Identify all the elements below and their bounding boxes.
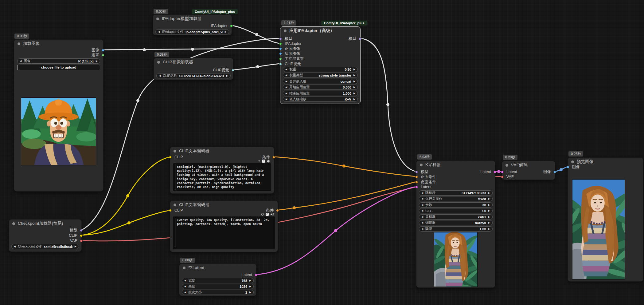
- collapse-dot-icon[interactable]: [18, 42, 20, 45]
- negative-image-input-slot[interactable]: [279, 52, 282, 55]
- clip-output-slot[interactable]: [80, 234, 83, 237]
- left-arrow-icon[interactable]: ◀: [421, 216, 423, 218]
- latent-input-slot[interactable]: [415, 186, 418, 188]
- weight-widget[interactable]: ◀ 权重 0.50 ▶: [283, 67, 358, 72]
- right-arrow-icon[interactable]: ▶: [249, 285, 251, 288]
- image-input-slot[interactable]: [567, 166, 569, 168]
- height-widget[interactable]: ◀ 高度 1024 ▶: [182, 284, 254, 289]
- clip-vision-input-slot[interactable]: [279, 63, 282, 65]
- checkbox-toggle-icon[interactable]: ✓: [266, 213, 269, 216]
- negative-prompt-textarea[interactable]: (worst quality, low quality, illustratio…: [173, 216, 275, 249]
- right-arrow-icon[interactable]: ▶: [488, 216, 490, 218]
- collapse-dot-icon[interactable]: [183, 267, 185, 269]
- node-apply-ipadapter-advanced[interactable]: 应用IPAdapter（高级） 模型 IPAdapter 正面图像 负面图像 关…: [280, 26, 361, 104]
- node-vae-decode[interactable]: VAE解码 Latent VAE 图像: [502, 161, 555, 180]
- weight-type-widget[interactable]: ◀ 权重类型 strong style transfer ▶: [283, 73, 358, 78]
- right-arrow-icon[interactable]: ▶: [488, 228, 490, 230]
- left-arrow-icon[interactable]: ◀: [285, 74, 287, 77]
- mask-output-slot[interactable]: [102, 54, 104, 57]
- right-arrow-icon[interactable]: ▶: [353, 80, 355, 83]
- left-arrow-icon[interactable]: ◀: [421, 204, 423, 206]
- collapse-dot-icon[interactable]: [505, 164, 508, 167]
- vae-output-slot[interactable]: [80, 240, 83, 242]
- collapse-dot-icon[interactable]: [420, 164, 423, 166]
- right-arrow-icon[interactable]: ▶: [353, 98, 355, 101]
- clip-input-slot[interactable]: [169, 209, 172, 212]
- speaker-icon[interactable]: [267, 160, 270, 163]
- positive-image-input-slot[interactable]: [279, 47, 282, 50]
- attn-mask-input-slot[interactable]: [279, 57, 282, 60]
- right-arrow-icon[interactable]: ▶: [353, 68, 355, 71]
- radio-toggle-icon[interactable]: [258, 160, 260, 162]
- denoise-widget[interactable]: ◀ 降噪 1.00 ▶: [419, 226, 493, 232]
- model-output-slot[interactable]: [359, 38, 361, 40]
- choose-file-button[interactable]: choose file to upload: [17, 65, 100, 70]
- end-at-widget[interactable]: ◀ 结束应用位置 1.000 ▶: [283, 91, 358, 96]
- image-output-slot[interactable]: [553, 171, 556, 173]
- left-arrow-icon[interactable]: ◀: [285, 92, 287, 95]
- right-arrow-icon[interactable]: ▶: [488, 192, 490, 194]
- left-arrow-icon[interactable]: ◀: [421, 222, 423, 224]
- combine-embeds-widget[interactable]: ◀ 合并嵌入组 concat ▶: [283, 79, 358, 84]
- left-arrow-icon[interactable]: ◀: [421, 228, 423, 230]
- model-output-slot[interactable]: [80, 229, 83, 232]
- latent-output-slot[interactable]: [494, 171, 496, 173]
- width-widget[interactable]: ◀ 宽度 768 ▶: [182, 278, 254, 283]
- ipadapter-file-combo[interactable]: ◀ IPAdapter文件 ip-adapter-plus_sdxl_vit-.…: [155, 29, 229, 34]
- left-arrow-icon[interactable]: ◀: [421, 192, 423, 194]
- right-arrow-icon[interactable]: ▶: [96, 60, 98, 62]
- right-arrow-icon[interactable]: ▶: [249, 291, 251, 294]
- node-preview-image[interactable]: 预览图像 图像: [568, 157, 643, 282]
- collapse-dot-icon[interactable]: [12, 222, 15, 225]
- positive-cond-input-slot[interactable]: [415, 176, 418, 178]
- right-arrow-icon[interactable]: ▶: [353, 74, 355, 77]
- latent-input-slot[interactable]: [501, 171, 504, 173]
- right-arrow-icon[interactable]: ▶: [488, 204, 490, 206]
- sampler-widget[interactable]: ◀ 采样器 euler ▶: [419, 214, 493, 220]
- node-clip-text-encode-negative[interactable]: CLIP文本编码器 CLIP 条件 ✓ (worst quality, low …: [170, 200, 278, 252]
- right-arrow-icon[interactable]: ▶: [488, 198, 490, 200]
- ipadapter-input-slot[interactable]: [279, 42, 282, 45]
- clip-input-slot[interactable]: [169, 156, 172, 159]
- left-arrow-icon[interactable]: ◀: [421, 210, 423, 212]
- left-arrow-icon[interactable]: ◀: [159, 75, 161, 77]
- conditioning-output-slot[interactable]: [276, 209, 279, 212]
- latent-output-slot[interactable]: [255, 274, 257, 276]
- speaker-icon[interactable]: [271, 213, 274, 216]
- collapse-dot-icon[interactable]: [571, 160, 574, 163]
- conditioning-output-slot[interactable]: [272, 156, 275, 159]
- left-arrow-icon[interactable]: ◀: [421, 198, 423, 200]
- left-arrow-icon[interactable]: ◀: [184, 285, 186, 288]
- embeds-scaling-widget[interactable]: ◀ 嵌入组缩放 K+V ▶: [283, 97, 358, 102]
- right-arrow-icon[interactable]: ▶: [488, 222, 490, 224]
- collapse-dot-icon[interactable]: [284, 30, 287, 32]
- positive-prompt-textarea[interactable]: xxmixgirl, (masterpiece:1.0), (highest q…: [173, 163, 271, 191]
- left-arrow-icon[interactable]: ◀: [14, 245, 16, 248]
- right-arrow-icon[interactable]: ▶: [353, 86, 355, 89]
- node-clip-vision-loader[interactable]: CLIP视觉加载器 CLIP视觉 ◀ CLIP名称 CLIP-ViT-H-14-…: [154, 58, 233, 80]
- radio-toggle-icon[interactable]: [261, 213, 264, 216]
- seed-widget[interactable]: ◀ 随机种 3171497180233 ▶: [419, 190, 493, 196]
- vae-input-slot[interactable]: [501, 176, 504, 178]
- right-arrow-icon[interactable]: ▶: [488, 210, 490, 212]
- collapse-dot-icon[interactable]: [174, 150, 176, 152]
- left-arrow-icon[interactable]: ◀: [158, 31, 160, 33]
- checkpoint-name-combo[interactable]: ◀ Checkpoint名称 xxmix9realisticsdxl_v10..…: [11, 244, 79, 249]
- node-empty-latent[interactable]: 空Latent Latent ◀ 宽度 768 ▶ ◀ 高度 1024 ▶ ◀ …: [179, 263, 256, 296]
- steps-widget[interactable]: ◀ 步数 30 ▶: [419, 202, 493, 208]
- negative-cond-input-slot[interactable]: [415, 181, 418, 184]
- left-arrow-icon[interactable]: ◀: [285, 68, 287, 71]
- left-arrow-icon[interactable]: ◀: [285, 80, 287, 83]
- node-graph-canvas[interactable]: 0.00秒 加载图像 图像 遮罩 ◀ 图像 R (13).jpg ▶ choos…: [0, 0, 644, 305]
- left-arrow-icon[interactable]: ◀: [184, 291, 186, 294]
- batch-size-widget[interactable]: ◀ 批次大小 1 ▶: [182, 290, 254, 295]
- image-file-combo[interactable]: ◀ 图像 R (13).jpg ▶: [17, 58, 100, 64]
- right-arrow-icon[interactable]: ▶: [353, 92, 355, 95]
- node-clip-text-encode-positive[interactable]: CLIP文本编码器 CLIP 条件 ✓ xxmixgirl, (masterpi…: [170, 147, 274, 194]
- right-arrow-icon[interactable]: ▶: [249, 279, 251, 282]
- right-arrow-icon[interactable]: ▶: [75, 245, 76, 248]
- left-arrow-icon[interactable]: ◀: [285, 98, 287, 101]
- collapse-dot-icon[interactable]: [157, 61, 160, 64]
- start-at-widget[interactable]: ◀ 开始应用位置 0.000 ▶: [283, 85, 358, 90]
- control-after-generate-widget[interactable]: ◀ 运行后操作 fixed ▶: [419, 196, 493, 201]
